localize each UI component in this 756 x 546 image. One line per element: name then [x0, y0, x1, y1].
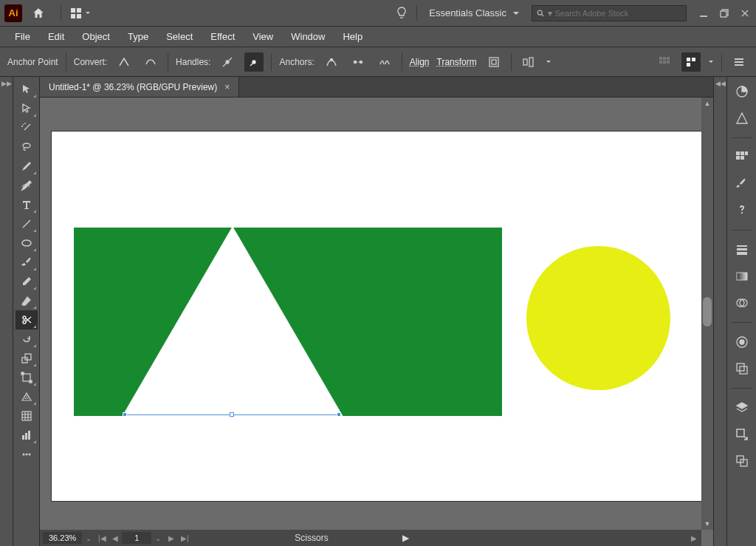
convert-corner-button[interactable] [114, 52, 134, 72]
column-graph-tool[interactable] [16, 426, 38, 445]
brushes-panel-button[interactable] [731, 174, 753, 194]
left-panel-toggle[interactable]: ▶▶ [0, 77, 13, 546]
lasso-tool[interactable] [16, 137, 38, 157]
last-artboard-button[interactable]: ▶| [178, 531, 191, 545]
maximize-button[interactable] [718, 7, 731, 20]
magic-wand-tool[interactable] [16, 118, 38, 137]
arrange-documents-button[interactable] [66, 4, 95, 22]
stroke-panel-button[interactable] [731, 239, 753, 260]
free-transform-tool[interactable] [16, 368, 38, 387]
align-to-button[interactable] [519, 52, 538, 72]
swatches-panel-button[interactable] [731, 147, 753, 168]
svg-rect-74 [737, 429, 744, 437]
artboards-panel-button[interactable] [731, 451, 753, 471]
vertical-scrollbar[interactable]: ▲ ▼ [701, 98, 713, 530]
line-tool[interactable] [16, 214, 38, 233]
handles-hide-icon [247, 55, 261, 69]
document-tabs: Untitled-1* @ 36.23% (RGB/GPU Preview) × [40, 77, 713, 98]
tab-close-button[interactable]: × [224, 82, 230, 92]
chevron-down-icon[interactable] [546, 59, 551, 65]
type-icon [21, 199, 32, 211]
selection-tool[interactable] [16, 80, 38, 99]
menu-window[interactable]: Window [284, 28, 332, 45]
anchor-handle[interactable] [337, 412, 341, 417]
graphic-styles-panel-button[interactable] [731, 358, 753, 379]
asset-export-panel-button[interactable] [731, 424, 753, 445]
svg-rect-19 [492, 60, 496, 64]
ellipse-tool[interactable] [16, 233, 38, 253]
search-help-button[interactable] [391, 3, 412, 24]
mesh-tool[interactable] [16, 406, 38, 426]
close-button[interactable] [738, 7, 752, 20]
convert-smooth-button[interactable] [141, 52, 160, 72]
rotate-tool[interactable] [16, 330, 38, 349]
direct-selection-icon [21, 103, 32, 115]
stock-search[interactable]: ▾ [532, 5, 687, 21]
document-tab[interactable]: Untitled-1* @ 36.23% (RGB/GPU Preview) × [40, 77, 239, 97]
gradient-panel-button[interactable] [731, 266, 753, 287]
svg-point-11 [226, 61, 229, 64]
connect-anchor-button[interactable] [348, 52, 368, 72]
stock-search-input[interactable] [555, 9, 682, 18]
more-tools[interactable] [16, 445, 38, 464]
grid-view-button[interactable] [655, 52, 674, 72]
color-panel-button[interactable] [731, 81, 753, 102]
right-panel-toggle[interactable]: ◀◀ [713, 77, 726, 546]
align-link[interactable]: Align [410, 57, 430, 67]
cut-anchor-button[interactable] [375, 52, 394, 72]
svg-rect-59 [736, 151, 740, 155]
artboard-menu-button[interactable]: ⌄ [151, 531, 165, 545]
layers-panel-button[interactable] [731, 397, 753, 418]
panel-menu-button[interactable] [729, 52, 749, 72]
pen-tool[interactable] [16, 157, 38, 176]
artboard[interactable] [52, 132, 701, 501]
chevron-down-icon[interactable] [708, 59, 714, 65]
menu-object[interactable]: Object [75, 28, 117, 45]
scroll-right-button[interactable]: ▶ [691, 534, 697, 542]
type-tool[interactable] [16, 195, 38, 214]
prev-artboard-button[interactable]: ◀ [109, 531, 122, 545]
shape-ellipse[interactable] [526, 246, 670, 390]
menu-select[interactable]: Select [159, 28, 200, 45]
scissors-tool[interactable] [16, 310, 38, 330]
first-artboard-button[interactable]: |◀ [95, 531, 109, 545]
minimize-button[interactable] [697, 7, 710, 20]
remove-anchor-button[interactable] [322, 52, 341, 72]
home-button[interactable] [30, 4, 47, 22]
appearance-panel-button[interactable] [731, 332, 753, 352]
artboard-number-input[interactable] [122, 532, 151, 544]
next-artboard-button[interactable]: ▶ [165, 531, 178, 545]
scroll-down-button[interactable]: ▼ [701, 518, 713, 530]
anchor-handle[interactable] [230, 412, 234, 417]
perspective-tool[interactable] [16, 387, 38, 406]
symbols-panel-button[interactable] [731, 200, 753, 221]
eraser-tool[interactable] [16, 291, 38, 310]
scroll-thumb[interactable] [703, 297, 712, 327]
zoom-menu-button[interactable]: ⌄ [82, 531, 95, 545]
menu-type[interactable]: Type [120, 28, 156, 45]
pencil-tool[interactable] [16, 272, 38, 291]
menu-view[interactable]: View [245, 28, 281, 45]
direct-selection-tool[interactable] [16, 99, 38, 118]
menu-edit[interactable]: Edit [41, 28, 72, 45]
menu-file[interactable]: File [7, 28, 38, 45]
color-guide-panel-button[interactable] [731, 108, 753, 129]
scale-tool[interactable] [16, 349, 38, 368]
hide-handles-button[interactable] [244, 52, 264, 72]
transform-link[interactable]: Transform [437, 57, 477, 67]
paintbrush-tool[interactable] [16, 253, 38, 272]
workspace-selector[interactable]: Essentials Classic [422, 4, 527, 21]
scroll-up-button[interactable]: ▲ [701, 98, 713, 109]
snap-pixel-button[interactable] [681, 52, 701, 72]
show-handles-button[interactable] [218, 52, 237, 72]
canvas[interactable]: ▲ ▼ 36.23% ⌄ |◀ ◀ ⌄ ▶ ▶| Scissors ▶ ▶ [40, 98, 713, 546]
menu-effect[interactable]: Effect [203, 28, 242, 45]
transparency-panel-button[interactable] [731, 293, 753, 313]
menu-help[interactable]: Help [335, 28, 370, 45]
curvature-tool[interactable] [16, 176, 38, 195]
svg-point-35 [23, 143, 30, 148]
zoom-level[interactable]: 36.23% [43, 532, 82, 544]
status-play-icon[interactable]: ▶ [402, 533, 409, 543]
isolate-button[interactable] [484, 52, 504, 72]
anchor-handle[interactable] [123, 412, 127, 417]
